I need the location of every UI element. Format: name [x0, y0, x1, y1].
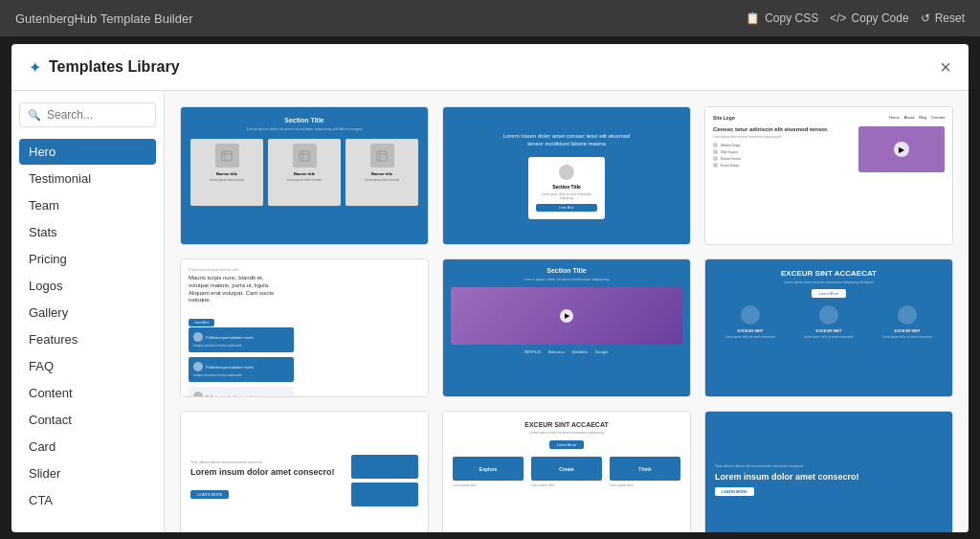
tpl1-card1-img	[215, 144, 239, 168]
tpl1-title: Section Title	[190, 117, 418, 124]
search-input[interactable]	[47, 108, 147, 122]
reset-button[interactable]: ↺ Reset	[921, 11, 965, 25]
template-card-1[interactable]: Section Title Lorem ipsum dolor sit amet…	[180, 106, 429, 245]
app-title: GutenbergHub Template Builder	[15, 11, 193, 26]
template-grid: Section Title Lorem ipsum dolor sit amet…	[180, 106, 953, 532]
modal-header: ✦ Templates Library ×	[11, 44, 969, 91]
template-card-7[interactable]: Tetur ullamco labore alicum commodo comm…	[180, 411, 429, 532]
reset-icon: ↺	[921, 11, 930, 25]
modal-close-button[interactable]: ×	[940, 57, 951, 77]
sidebar-item-team[interactable]: Team	[19, 192, 156, 218]
tpl1-card3-img	[370, 144, 394, 168]
sidebar-item-testimonial[interactable]: Testimonial	[19, 166, 156, 191]
tpl1-card2-img	[293, 144, 317, 168]
search-icon: 🔍	[28, 109, 41, 122]
sidebar-item-features[interactable]: Features	[19, 326, 156, 352]
copy-css-icon: 📋	[746, 11, 760, 25]
tpl1-card-3: Banner title Lorem ipsum dolor sit amet	[345, 139, 418, 206]
content-area: Section Title Lorem ipsum dolor sit amet…	[165, 91, 969, 532]
tpl1-sub: Lorem ipsum dolor sit amet consectetur a…	[190, 126, 418, 131]
tpl1-card-1: Banner title Lorem ipsum dolor sit amet	[190, 139, 263, 206]
template-card-4[interactable]: Praesent volutpat dictum velit Mauris tu…	[180, 258, 429, 397]
sidebar-item-content[interactable]: Content	[19, 380, 156, 406]
templates-icon: ✦	[29, 58, 41, 77]
sidebar-item-card[interactable]: Card	[19, 434, 156, 460]
templates-library-modal: ✦ Templates Library × 🔍 Hero Testimonial…	[11, 44, 969, 532]
sidebar-item-slider[interactable]: Slider	[19, 460, 156, 486]
svg-rect-6	[377, 151, 387, 161]
sidebar-item-contact[interactable]: Contact	[19, 407, 156, 433]
sidebar-item-stats[interactable]: Stats	[19, 219, 156, 245]
template-card-2[interactable]: Lorem insum dolor amet consec tetur elit…	[442, 106, 691, 245]
sidebar-item-cta[interactable]: CTA	[19, 487, 156, 513]
tpl2-card-text: Lorem ipsum dolor sit amet consectetur a…	[536, 192, 597, 200]
sidebar-item-faq[interactable]: FAQ	[19, 353, 156, 379]
modal-title: Templates Library	[49, 58, 180, 76]
svg-rect-0	[222, 151, 232, 161]
sidebar-item-gallery[interactable]: Gallery	[19, 300, 156, 326]
svg-rect-3	[300, 151, 309, 161]
template-card-6[interactable]: EXCEUR SINT ACCAECAT Lorem ipsum dolor s…	[704, 258, 953, 397]
modal-overlay: ✦ Templates Library × 🔍 Hero Testimonial…	[0, 36, 980, 539]
modal-body: 🔍 Hero Testimonial Team Stats Pricing Lo…	[11, 91, 969, 532]
tpl2-btn: Learn More	[536, 204, 597, 212]
template-card-8[interactable]: EXCEUR SINT ACCAECAT Lorem ipsum dolor s…	[442, 411, 691, 532]
code-icon: </>	[830, 11, 846, 25]
top-bar: GutenbergHub Template Builder 📋 Copy CSS…	[0, 0, 980, 36]
top-bar-actions: 📋 Copy CSS </> Copy Code ↺ Reset	[746, 11, 965, 25]
tpl2-center-card: Section Title Lorem ipsum dolor sit amet…	[528, 157, 605, 219]
tpl2-avatar	[559, 165, 574, 180]
tpl2-card-title: Section Title	[536, 184, 597, 190]
sidebar: 🔍 Hero Testimonial Team Stats Pricing Lo…	[11, 91, 165, 532]
template-card-3[interactable]: Site Logo Home About Blog Contact	[704, 106, 953, 245]
tpl1-card-2: Banner title Lorem ipsum dolor sit amet	[268, 139, 341, 206]
template-card-9[interactable]: Tetur ullamco labore alicum commodo comm…	[704, 411, 953, 532]
sidebar-item-pricing[interactable]: Pricing	[19, 246, 156, 272]
sidebar-item-logos[interactable]: Logos	[19, 273, 156, 299]
search-box[interactable]: 🔍	[19, 102, 156, 127]
sidebar-item-hero[interactable]: Hero	[19, 139, 156, 165]
copy-css-button[interactable]: 📋 Copy CSS	[746, 11, 818, 25]
modal-header-left: ✦ Templates Library	[29, 58, 180, 77]
template-card-5[interactable]: Section Title Lorem ipsum dolor sit amet…	[442, 258, 691, 397]
copy-code-button[interactable]: </> Copy Code	[830, 11, 908, 25]
tpl2-big-text: Lorem insum dolor amet consec tetur elit…	[500, 132, 634, 148]
